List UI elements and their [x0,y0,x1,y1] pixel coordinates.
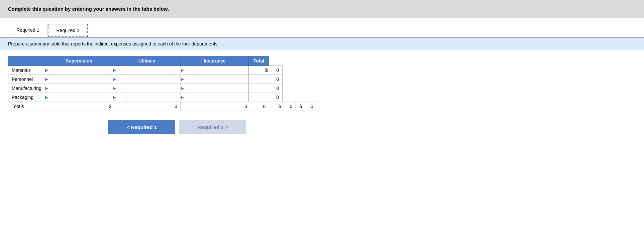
th-supervision: Supervision [45,56,113,66]
row-label-materials: Materials [8,66,45,75]
arrow-icon: ▶ [181,68,184,73]
arrow-icon: ▶ [181,86,184,91]
utilities-cell-packaging: ▶ [113,93,181,102]
insurance-total-dollar: $ [269,102,283,111]
grand-total-val: 0 [303,102,317,111]
total-dollar-packaging [249,93,269,102]
supervision-total-dollar: $ [45,102,113,111]
row-label-personnel: Personnel [8,75,45,84]
totals-row: Totals $ 0 $ 0 $ 0 [8,102,317,111]
insurance-cell-manufacturing: ▶ [181,84,249,93]
arrow-icon: ▶ [45,77,48,82]
th-total: Total [249,56,269,66]
insurance-cell-packaging: ▶ [181,93,249,102]
supervision-input-packaging[interactable] [49,93,113,102]
arrow-icon: ▶ [181,77,184,82]
table-row: Personnel ▶ ▶ ▶ [8,75,317,84]
supervision-cell-materials: ▶ [45,66,113,75]
table-row: Manufacturing ▶ ▶ ▶ [8,84,317,93]
total-dollar-materials: $ [249,66,269,75]
supervision-total-val: 0 [113,102,181,111]
arrow-icon: ▶ [113,95,116,100]
nav-buttons: < Required 1 Required 2 > [8,120,636,134]
arrow-icon: ▶ [45,68,48,73]
description-bar: Prepare a summary table that reports the… [0,38,644,50]
row-label-manufacturing: Manufacturing [8,84,45,93]
total-dollar-manufacturing [249,84,269,93]
table-row: Packaging ▶ ▶ ▶ [8,93,317,102]
supervision-input-materials[interactable] [49,66,113,75]
utilities-cell-materials: ▶ [113,66,181,75]
arrow-icon: ▶ [45,95,48,100]
insurance-cell-personnel: ▶ [181,75,249,84]
insurance-input-packaging[interactable] [185,93,248,102]
arrow-icon: ▶ [113,77,116,82]
supervision-cell-packaging: ▶ [45,93,113,102]
utilities-input-packaging[interactable] [117,93,181,102]
description-text: Prepare a summary table that reports the… [8,41,219,46]
utilities-input-manufacturing[interactable] [117,84,181,93]
tabs-container: Required 1 Required 2 [0,18,644,38]
th-utilities: Utilities [113,56,181,66]
tab-required2[interactable]: Required 2 [48,24,88,37]
arrow-icon: ▶ [113,68,116,73]
th-empty [8,56,45,66]
utilities-cell-personnel: ▶ [113,75,181,84]
content-area: Supervision Utilities Insurance Total Ma… [0,56,644,134]
grand-total-dollar: $ [296,102,303,111]
insurance-input-manufacturing[interactable] [185,84,248,93]
instruction-bar: Complete this question by entering your … [0,0,644,18]
total-dollar-personnel [249,75,269,84]
row-label-packaging: Packaging [8,93,45,102]
summary-table: Supervision Utilities Insurance Total Ma… [8,56,317,111]
total-val-personnel: 0 [269,75,283,84]
utilities-total-val: 0 [249,102,269,111]
totals-label: Totals [8,102,45,111]
insurance-cell-materials: ▶ [181,66,249,75]
supervision-cell-manufacturing: ▶ [45,84,113,93]
supervision-input-manufacturing[interactable] [49,84,113,93]
prev-required1-button[interactable]: < Required 1 [108,120,175,134]
utilities-input-personnel[interactable] [117,75,181,84]
arrow-icon: ▶ [181,95,184,100]
instruction-text: Complete this question by entering your … [8,6,169,12]
utilities-cell-manufacturing: ▶ [113,84,181,93]
next-required2-button[interactable]: Required 2 > [179,120,246,134]
total-val-manufacturing: 0 [269,84,283,93]
table-row: Materials ▶ ▶ ▶ [8,66,317,75]
supervision-input-personnel[interactable] [49,75,113,84]
insurance-input-materials[interactable] [185,66,248,75]
supervision-cell-personnel: ▶ [45,75,113,84]
utilities-total-dollar: $ [181,102,249,111]
utilities-input-materials[interactable] [117,66,181,75]
total-val-packaging: 0 [269,93,283,102]
insurance-input-personnel[interactable] [185,75,248,84]
arrow-icon: ▶ [113,86,116,91]
th-insurance: Insurance [181,56,249,66]
arrow-icon: ▶ [45,86,48,91]
insurance-total-val: 0 [283,102,296,111]
total-val-materials: 0 [269,66,283,75]
tab-required1[interactable]: Required 1 [8,24,48,37]
